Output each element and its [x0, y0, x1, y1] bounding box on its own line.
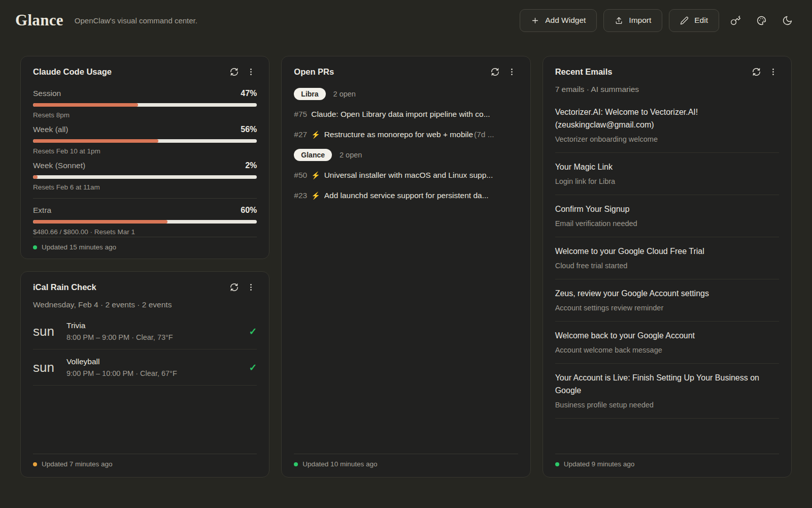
email-subject: Your Magic Link — [555, 161, 779, 173]
card-actions — [228, 281, 257, 293]
calendar-summary: Wednesday, Feb 4 · 2 events · 2 events — [33, 300, 257, 309]
repo-header: Libra 2 open — [294, 88, 518, 100]
email-ai-summary: Login link for Libra — [555, 177, 779, 186]
repo-group: Glance 2 open #50 ⚡ Universal installer … — [294, 149, 518, 206]
metric-value: 56% — [241, 124, 257, 135]
card-header: Recent Emails — [555, 66, 779, 78]
lightning-bolt-icon: ⚡ — [311, 131, 320, 139]
kebab-menu-button[interactable] — [506, 66, 518, 78]
kebab-menu-button[interactable] — [767, 66, 779, 78]
progress-fill — [33, 139, 158, 143]
email-ai-summary: Business profile setup needed — [555, 400, 779, 410]
refresh-button[interactable] — [228, 281, 240, 293]
event-body: Volleyball 9:00 PM – 10:00 PM · Clear, 6… — [66, 357, 241, 377]
metric-subtext: $480.66 / $800.00 · Resets Mar 1 — [33, 228, 257, 237]
lightning-bolt-icon: ⚡ — [311, 192, 320, 200]
add-widget-button[interactable]: Add Widget — [520, 9, 597, 32]
email-row[interactable]: Zeus, review your Google Account setting… — [555, 279, 779, 322]
event-title: Volleyball — [66, 357, 241, 366]
card-title: Recent Emails — [555, 67, 613, 77]
header-actions: Add Widget Import Edit — [520, 9, 797, 32]
event-detail: 8:00 PM – 9:00 PM · Clear, 73°F — [66, 333, 241, 341]
card-footer: Updated 9 minutes ago — [555, 454, 779, 468]
email-row[interactable]: Vectorizer.AI: Welcome to Vectorizer.AI!… — [555, 98, 779, 153]
weather-sun-icon: sun — [33, 361, 58, 374]
progress-fill — [33, 103, 138, 107]
api-key-button[interactable] — [726, 11, 745, 30]
edit-button[interactable]: Edit — [669, 9, 719, 32]
repo-group: Libra 2 open #75 Claude: Open Library da… — [294, 88, 518, 145]
kebab-menu-button[interactable] — [245, 281, 257, 293]
email-subject: Your Account is Live: Finish Setting Up … — [555, 371, 779, 397]
email-row[interactable]: Your Magic Link Login link for Libra — [555, 153, 779, 195]
event-detail: 9:00 PM – 10:00 PM · Clear, 67°F — [66, 369, 241, 377]
card-actions — [750, 66, 779, 78]
usage-metric: Extra 60% $480.66 / $800.00 · Resets Mar… — [33, 198, 257, 237]
event-title: Trivia — [66, 321, 241, 330]
repo-badge: Libra — [294, 88, 325, 100]
pr-title: Restructure as monorepo for web + mobile — [324, 130, 473, 139]
status-text: Updated 7 minutes ago — [42, 460, 113, 468]
calendar-event-row: sun Trivia 8:00 PM – 9:00 PM · Clear, 73… — [33, 313, 257, 350]
refresh-button[interactable] — [489, 66, 501, 78]
repo-header: Glance 2 open — [294, 149, 518, 161]
email-list: Vectorizer.AI: Welcome to Vectorizer.AI!… — [555, 98, 779, 419]
right-column: Recent Emails 7 emails · AI summaries Ve… — [543, 56, 792, 478]
calendar-event-row: sun Volleyball 9:00 PM – 10:00 PM · Clea… — [33, 350, 257, 386]
email-ai-summary: Vectorizer onboarding welcome — [555, 135, 779, 144]
pr-row[interactable]: #27 ⚡ Restructure as monorepo for web + … — [294, 124, 518, 145]
email-row[interactable]: Confirm Your Signup Email verification n… — [555, 195, 779, 237]
pr-row[interactable]: #75 Claude: Open Library data import pip… — [294, 104, 518, 124]
metric-value: 60% — [241, 205, 257, 216]
status-text: Updated 15 minutes ago — [42, 243, 116, 251]
moon-icon — [782, 15, 793, 26]
pr-number: #75 — [294, 110, 307, 119]
open-prs-widget: Open PRs Libra 2 open — [281, 56, 530, 478]
ical-rain-check-widget: iCal Rain Check Wednesday, Feb 4 · 2 eve… — [20, 271, 269, 478]
add-widget-label: Add Widget — [545, 16, 586, 25]
metric-header: Extra 60% — [33, 205, 257, 216]
kebab-menu-button[interactable] — [245, 66, 257, 78]
email-summary-line: 7 emails · AI summaries — [555, 85, 779, 94]
palette-icon — [756, 15, 767, 26]
metric-header: Week (all) 56% — [33, 124, 257, 135]
email-subject: Zeus, review your Google Account setting… — [555, 287, 779, 300]
theme-palette-button[interactable] — [752, 11, 771, 30]
dark-mode-button[interactable] — [777, 11, 797, 30]
email-ai-summary: Email verification needed — [555, 219, 779, 229]
metric-value: 47% — [241, 88, 257, 99]
email-row[interactable]: Your Account is Live: Finish Setting Up … — [555, 364, 779, 419]
usage-metric: Week (all) 56% Resets Feb 10 at 1pm — [33, 124, 257, 156]
refresh-button[interactable] — [750, 66, 762, 78]
metric-label: Week (all) — [33, 124, 68, 135]
refresh-button[interactable] — [228, 66, 240, 78]
recent-emails-widget: Recent Emails 7 emails · AI summaries Ve… — [543, 56, 792, 478]
pr-title: Add launchd service support for persiste… — [324, 191, 489, 200]
app-logo: Glance — [15, 11, 63, 29]
pr-list: #75 Claude: Open Library data import pip… — [294, 104, 518, 145]
upload-icon — [615, 16, 623, 25]
status-text: Updated 10 minutes ago — [302, 460, 377, 468]
progress-bar — [33, 220, 257, 224]
email-subject: Vectorizer.AI: Welcome to Vectorizer.AI!… — [555, 106, 779, 131]
lightning-bolt-icon: ⚡ — [311, 171, 320, 179]
status-dot — [555, 462, 559, 466]
card-header: iCal Rain Check — [33, 281, 257, 293]
metric-subtext: Resets Feb 6 at 11am — [33, 183, 257, 192]
claude-code-usage-widget: Claude Code Usage Session 47% — [20, 56, 269, 259]
pr-row[interactable]: #23 ⚡ Add launchd service support for pe… — [294, 185, 518, 206]
email-subject: Welcome to your Google Cloud Free Trial — [555, 245, 779, 258]
refresh-icon — [229, 282, 239, 292]
status-text: Updated 9 minutes ago — [564, 460, 635, 468]
metric-value: 2% — [245, 160, 257, 171]
dashboard-grid: Claude Code Usage Session 47% — [0, 41, 812, 478]
kebab-icon — [246, 282, 256, 292]
progress-fill — [33, 175, 38, 179]
card-actions — [489, 66, 518, 78]
pr-row[interactable]: #50 ⚡ Universal installer with macOS and… — [294, 165, 518, 185]
card-actions — [228, 66, 257, 78]
email-row[interactable]: Welcome back to your Google Account Acco… — [555, 322, 779, 364]
pr-list: #50 ⚡ Universal installer with macOS and… — [294, 165, 518, 206]
import-button[interactable]: Import — [603, 9, 662, 32]
email-row[interactable]: Welcome to your Google Cloud Free Trial … — [555, 237, 779, 279]
